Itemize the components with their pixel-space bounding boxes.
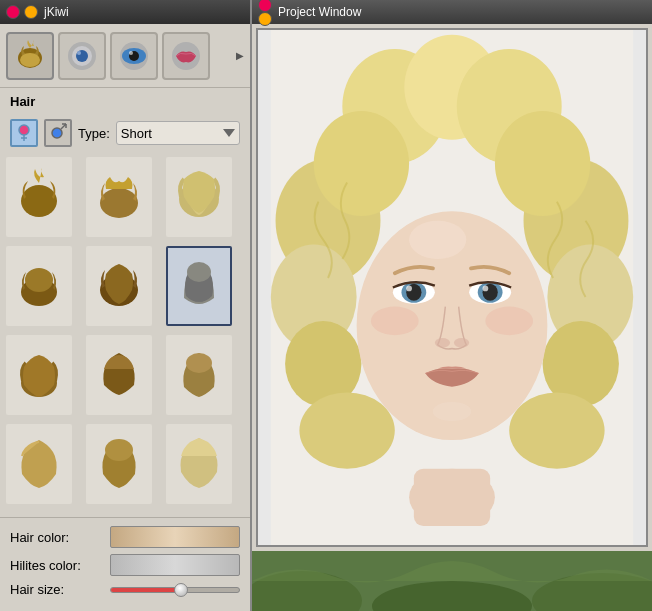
type-row: Type: Short Long Curly Straight Wavy bbox=[0, 115, 250, 151]
svg-point-53 bbox=[483, 286, 489, 292]
svg-point-41 bbox=[495, 111, 590, 216]
project-canvas bbox=[256, 28, 648, 547]
jkiwi-title-bar: jKiwi bbox=[0, 0, 250, 24]
svg-point-14 bbox=[52, 128, 62, 138]
bottom-controls: Hair color: Hilites color: Hair size: bbox=[0, 517, 250, 611]
slider-thumb[interactable] bbox=[174, 583, 188, 597]
hair-size-label: Hair size: bbox=[10, 582, 110, 597]
highlights-label: Hilites color: bbox=[10, 558, 110, 573]
hair-color-btn[interactable] bbox=[110, 526, 240, 548]
hair-item-1[interactable] bbox=[86, 157, 152, 237]
svg-point-54 bbox=[435, 338, 450, 348]
close-btn[interactable] bbox=[6, 5, 20, 19]
hair-item-5[interactable] bbox=[166, 246, 232, 326]
svg-point-36 bbox=[509, 392, 604, 468]
bottom-strip bbox=[252, 551, 652, 611]
hair-item-3[interactable] bbox=[6, 246, 72, 326]
svg-point-24 bbox=[187, 262, 211, 282]
hair-item-9[interactable] bbox=[6, 424, 72, 504]
app-title: jKiwi bbox=[44, 5, 69, 19]
hair-size-row: Hair size: bbox=[10, 582, 240, 597]
toolbar-more[interactable]: ▶ bbox=[236, 50, 244, 61]
svg-point-55 bbox=[454, 338, 469, 348]
svg-point-22 bbox=[25, 268, 53, 292]
svg-rect-43 bbox=[414, 469, 490, 526]
gender-female-btn[interactable] bbox=[10, 119, 38, 147]
tool-lips[interactable] bbox=[162, 32, 210, 80]
svg-point-56 bbox=[371, 307, 419, 336]
type-select[interactable]: Short Long Curly Straight Wavy bbox=[116, 121, 240, 145]
tool-makeup[interactable] bbox=[58, 32, 106, 80]
hair-item-6[interactable] bbox=[6, 335, 72, 415]
gender-male-btn[interactable] bbox=[44, 119, 72, 147]
hair-item-8[interactable] bbox=[166, 335, 232, 415]
svg-point-26 bbox=[186, 353, 212, 373]
svg-point-57 bbox=[485, 307, 533, 336]
tool-eyes[interactable] bbox=[110, 32, 158, 80]
type-label: Type: bbox=[78, 126, 110, 141]
hair-item-10[interactable] bbox=[86, 424, 152, 504]
hair-item-7[interactable] bbox=[86, 335, 152, 415]
hair-item-0[interactable] bbox=[6, 157, 72, 237]
svg-point-19 bbox=[100, 188, 138, 218]
hair-item-11[interactable] bbox=[166, 424, 232, 504]
svg-point-18 bbox=[21, 185, 57, 217]
svg-point-5 bbox=[77, 51, 81, 55]
highlights-color-btn[interactable] bbox=[110, 554, 240, 576]
svg-point-11 bbox=[19, 125, 29, 135]
hair-item-2[interactable] bbox=[166, 157, 232, 237]
min-btn[interactable] bbox=[24, 5, 38, 19]
hair-size-slider[interactable] bbox=[110, 587, 240, 593]
toolbar: ▶ bbox=[0, 24, 250, 88]
svg-point-58 bbox=[433, 402, 471, 421]
project-min-btn[interactable] bbox=[258, 12, 272, 26]
project-title: Project Window bbox=[278, 5, 361, 19]
svg-point-9 bbox=[129, 51, 133, 55]
svg-point-1 bbox=[20, 53, 40, 67]
svg-point-27 bbox=[105, 439, 133, 461]
highlights-row: Hilites color: bbox=[10, 554, 240, 576]
project-close-btn[interactable] bbox=[258, 0, 272, 12]
hair-item-4[interactable] bbox=[86, 246, 152, 326]
svg-point-49 bbox=[406, 286, 412, 292]
tool-hair[interactable] bbox=[6, 32, 54, 80]
hair-color-row: Hair color: bbox=[10, 526, 240, 548]
svg-point-45 bbox=[409, 221, 466, 259]
hair-section-label: Hair bbox=[0, 88, 250, 115]
hair-color-label: Hair color: bbox=[10, 530, 110, 545]
hair-grid bbox=[0, 151, 250, 517]
project-title-bar: Project Window bbox=[252, 0, 652, 24]
svg-point-32 bbox=[299, 392, 394, 468]
svg-point-40 bbox=[314, 111, 409, 216]
